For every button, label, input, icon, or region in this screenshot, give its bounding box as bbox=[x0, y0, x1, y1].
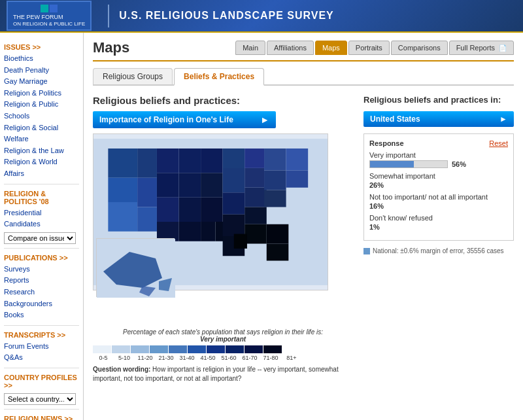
state-wi bbox=[223, 149, 245, 168]
national-note-text: National: ±0.6% margin of error, 35556 c… bbox=[373, 247, 504, 254]
state-ms bbox=[234, 234, 247, 249]
right-section-title: Religious beliefs and practices in: bbox=[363, 95, 514, 106]
state-nv bbox=[137, 178, 157, 207]
divider-3 bbox=[4, 325, 79, 326]
question-label: Question wording: bbox=[93, 366, 150, 373]
response-pct-0: 56% bbox=[452, 160, 466, 168]
transcripts-section-title: TRANSCRIPTS >> bbox=[4, 331, 79, 339]
right-location-dropdown[interactable]: United States ► bbox=[363, 111, 514, 127]
logo-line2: ON RELIGION & PUBLIC LIFE bbox=[13, 21, 85, 27]
response-bar-row-3: 1% bbox=[369, 223, 508, 231]
sub-tab-beliefs-practices[interactable]: Beliefs & Practices bbox=[174, 68, 264, 86]
response-row-dont-know: Don't know/ refused 1% bbox=[369, 214, 508, 231]
tab-portraits[interactable]: Portraits bbox=[348, 41, 390, 55]
tab-maps[interactable]: Maps bbox=[315, 41, 347, 55]
caption-top: Percentage of each state's population th… bbox=[123, 328, 323, 336]
response-header-label: Response bbox=[369, 139, 404, 147]
national-indicator-square bbox=[363, 248, 370, 254]
response-pct-1: 26% bbox=[369, 181, 384, 189]
state-fl bbox=[267, 243, 289, 260]
response-bar-bg-0 bbox=[369, 160, 448, 168]
sidebar-link-religion-world[interactable]: Religion & World Affairs bbox=[4, 156, 79, 179]
dropdown-arrow-icon: ► bbox=[260, 114, 269, 125]
logo-squares bbox=[41, 5, 58, 12]
compare-select[interactable]: Compare on issues... bbox=[4, 232, 76, 244]
tab-full-reports[interactable]: Full Reports 📄 bbox=[449, 41, 514, 55]
response-row-very-important: Very important 56% bbox=[369, 151, 508, 168]
sidebar-link-bioethics[interactable]: Bioethics bbox=[4, 53, 79, 65]
legend-bar-row bbox=[93, 345, 353, 353]
state-mo bbox=[201, 198, 223, 222]
state-or bbox=[108, 178, 137, 202]
sidebar-link-religion-schools[interactable]: Religion & Public Schools bbox=[4, 99, 79, 122]
response-pct-2: 16% bbox=[369, 202, 384, 210]
state-il bbox=[223, 168, 245, 192]
legend-seg-9 bbox=[263, 345, 282, 353]
reset-link[interactable]: Reset bbox=[489, 139, 508, 147]
sidebar-link-reports[interactable]: Reports bbox=[4, 275, 79, 287]
sidebar-link-gay-marriage[interactable]: Gay Marriage bbox=[4, 76, 79, 88]
tab-comparisons[interactable]: Comparisons bbox=[391, 41, 448, 55]
sidebar-link-religion-law[interactable]: Religion & the Law bbox=[4, 145, 79, 157]
main-content: Maps Main Affiliations Maps Portraits Co… bbox=[84, 33, 523, 420]
sidebar-link-qas[interactable]: Q&As bbox=[4, 352, 79, 364]
sidebar-link-books[interactable]: Books bbox=[4, 309, 79, 321]
state-ia bbox=[201, 173, 223, 197]
publications-section-title: PUBLICATIONS >> bbox=[4, 254, 79, 262]
response-label-2: Not too important/ not at all important bbox=[369, 193, 508, 201]
legend-seg-8 bbox=[245, 345, 263, 353]
dropdown-row: Importance of Religion in One's Life ► bbox=[93, 111, 353, 128]
sidebar-link-forum-events[interactable]: Forum Events bbox=[4, 341, 79, 353]
header: THE PEW FORUM ON RELIGION & PUBLIC LIFE … bbox=[0, 0, 523, 33]
legend-seg-5 bbox=[188, 345, 206, 353]
issues-section-title: ISSUES >> bbox=[4, 43, 79, 51]
tab-affiliations[interactable]: Affiliations bbox=[267, 41, 314, 55]
sidebar-link-religion-social[interactable]: Religion & Social Welfare bbox=[4, 122, 79, 145]
logo-sq-teal bbox=[41, 5, 48, 12]
sidebar-link-surveys[interactable]: Surveys bbox=[4, 264, 79, 275]
state-new-england bbox=[286, 149, 309, 171]
response-row-not-important: Not too important/ not at all important … bbox=[369, 193, 508, 210]
right-panel: Religious beliefs and practices in: Unit… bbox=[363, 95, 514, 383]
state-ny bbox=[264, 149, 286, 171]
state-ok bbox=[201, 222, 215, 241]
state-nd bbox=[179, 149, 201, 173]
dropdown-label: Importance of Religion in One's Life bbox=[99, 115, 233, 124]
sidebar: ISSUES >> Bioethics Death Penalty Gay Ma… bbox=[0, 33, 84, 420]
state-in-oh bbox=[245, 168, 264, 188]
map-container bbox=[93, 133, 328, 323]
sidebar-link-religion-politics[interactable]: Religion & Politics bbox=[4, 88, 79, 99]
sidebar-link-presidential[interactable]: Presidential Candidates bbox=[4, 207, 79, 230]
state-wy bbox=[157, 173, 179, 197]
country-select[interactable]: Select a country... bbox=[4, 393, 76, 405]
sidebar-link-death-penalty[interactable]: Death Penalty bbox=[4, 65, 79, 77]
alaska-svg bbox=[97, 239, 175, 298]
sidebar-link-backgrounders[interactable]: Research Backgrounders bbox=[4, 287, 79, 309]
legend-lbl-5: 41-50 bbox=[197, 355, 218, 361]
state-ks bbox=[179, 222, 201, 241]
legend-lbl-3: 21-30 bbox=[156, 355, 177, 361]
sub-tab-religious-groups[interactable]: Religious Groups bbox=[93, 68, 173, 84]
state-ca bbox=[108, 202, 137, 232]
tab-main[interactable]: Main bbox=[235, 41, 265, 55]
state-pa-nj bbox=[264, 171, 286, 190]
legend-seg-2 bbox=[131, 345, 149, 353]
state-id bbox=[137, 149, 157, 178]
legend-lbl-8: 71-80 bbox=[260, 355, 281, 361]
legend-seg-0 bbox=[93, 345, 111, 353]
logo-sq-blue bbox=[50, 5, 58, 12]
question-wording: Question wording: How important is relig… bbox=[93, 365, 341, 383]
content-area: Religious beliefs and practices: Importa… bbox=[93, 95, 514, 383]
divider-4 bbox=[4, 368, 79, 368]
layout: ISSUES >> Bioethics Death Penalty Gay Ma… bbox=[0, 33, 523, 420]
response-bar-fill-0 bbox=[370, 161, 414, 167]
state-mi bbox=[245, 149, 264, 168]
pew-logo: THE PEW FORUM ON RELIGION & PUBLIC LIFE bbox=[7, 1, 92, 31]
religion-news-section-title: RELIGION NEWS >> bbox=[4, 415, 79, 420]
legend-lbl-1: 5-10 bbox=[114, 355, 135, 361]
religion-dropdown[interactable]: Importance of Religion in One's Life ► bbox=[93, 111, 276, 128]
legend-seg-1 bbox=[112, 345, 130, 353]
legend-lbl-7: 61-70 bbox=[239, 355, 260, 361]
header-divider bbox=[108, 5, 109, 27]
legend-labels-row: 0-5 5-10 11-20 21-30 31-40 41-50 51-60 6… bbox=[93, 355, 353, 361]
